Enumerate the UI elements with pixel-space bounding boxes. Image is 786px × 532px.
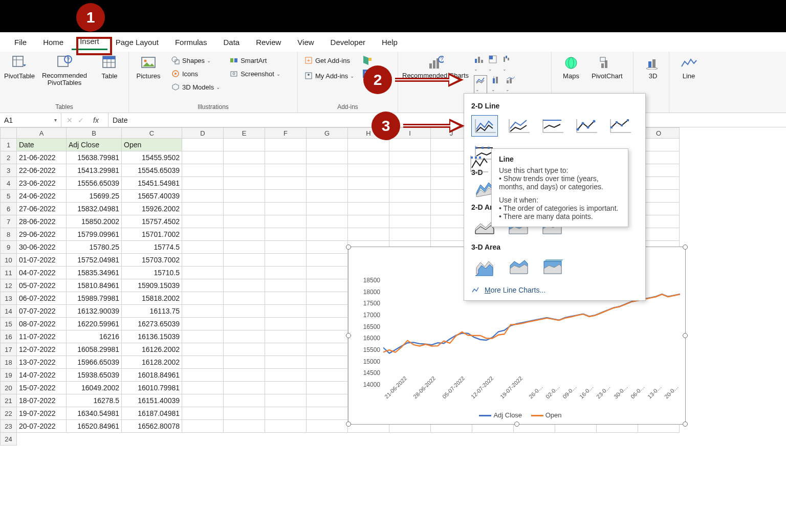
line-chart-option[interactable] xyxy=(471,115,498,137)
annotation-badge-2: 2 xyxy=(363,65,392,94)
group-label-tables: Tables xyxy=(4,102,124,112)
screenshot-button[interactable]: Screenshot⌄ xyxy=(227,68,282,79)
svg-rect-75 xyxy=(610,126,613,128)
col-header-B[interactable]: B xyxy=(67,127,122,139)
svg-point-72 xyxy=(593,120,596,123)
svg-point-69 xyxy=(577,128,579,131)
svg-rect-89 xyxy=(471,157,473,159)
waterfall-chart-icon[interactable]: ⌄ xyxy=(503,55,513,72)
annotation-badge-3: 3 xyxy=(372,112,400,140)
column-chart-icon[interactable]: ⌄ xyxy=(474,55,484,72)
row-headers: 123456789101112131415161718192021222324 xyxy=(0,139,17,446)
col-header-E[interactable]: E xyxy=(224,127,265,139)
svg-point-59 xyxy=(646,68,658,70)
hierarchy-chart-icon[interactable]: ⌄ xyxy=(488,55,498,72)
svg-text:?: ? xyxy=(440,57,443,62)
svg-rect-82 xyxy=(475,147,477,149)
svg-rect-90 xyxy=(475,157,477,159)
stacked-line-option[interactable] xyxy=(505,115,532,137)
col-header-A[interactable]: A xyxy=(17,127,67,139)
more-line-charts-link[interactable]: More Line Charts... xyxy=(471,283,638,295)
pivotchart-button[interactable]: PivotChart xyxy=(592,55,623,80)
svg-rect-28 xyxy=(429,63,432,69)
table-label: Table xyxy=(101,72,117,80)
svg-rect-41 xyxy=(493,78,495,83)
svg-rect-76 xyxy=(616,121,618,123)
svg-rect-0 xyxy=(13,56,23,66)
pictures-button[interactable]: Pictures xyxy=(133,55,164,80)
3dmodels-button[interactable]: 3D Models⌄ xyxy=(169,81,222,93)
svg-point-16 xyxy=(174,73,177,75)
svg-rect-84 xyxy=(488,147,490,149)
section-2d-line: 2-D Line xyxy=(471,102,638,110)
svg-rect-54 xyxy=(601,63,604,68)
fx-icon[interactable]: fx xyxy=(89,116,103,124)
svg-rect-19 xyxy=(231,72,237,76)
tab-developer[interactable]: Developer xyxy=(322,35,374,50)
shapes-button[interactable]: Shapes⌄ xyxy=(169,55,222,66)
sparkline-line-button[interactable]: Line xyxy=(673,55,704,80)
rec-pivot-label: Recommended PivotTables xyxy=(40,72,89,87)
svg-rect-17 xyxy=(230,58,233,62)
table-button[interactable]: Table xyxy=(94,55,125,80)
svg-rect-39 xyxy=(506,56,507,58)
svg-rect-91 xyxy=(479,157,481,159)
get-addins-button[interactable]: +Get Add-ins xyxy=(302,55,356,66)
maps-button[interactable]: Maps xyxy=(556,55,586,80)
chart-legend: Adj Close Open xyxy=(354,411,680,419)
tab-home[interactable]: Home xyxy=(35,35,72,50)
name-box[interactable]: A1▾ xyxy=(0,113,61,127)
svg-rect-83 xyxy=(482,147,484,149)
svg-point-71 xyxy=(587,126,590,129)
tab-formulas[interactable]: Formulas xyxy=(167,35,215,50)
line-chart-tooltip: Line Use this chart type to: • Show tren… xyxy=(491,148,628,227)
line-chart-icon[interactable]: ⌄ xyxy=(474,75,487,94)
smartart-button[interactable]: SmartArt xyxy=(227,55,282,66)
svg-rect-77 xyxy=(621,124,623,126)
group-label-illustrations: Illustrations xyxy=(133,102,293,112)
col-header-C[interactable]: C xyxy=(122,127,182,139)
3dmap-button[interactable]: 3D xyxy=(638,55,668,80)
annotation-arrow-3 xyxy=(401,117,466,137)
svg-rect-37 xyxy=(489,56,493,59)
svg-point-24 xyxy=(308,74,310,76)
chart-y-axis: 1400014500150001550016000165001700017500… xyxy=(354,277,382,388)
chart-x-axis: 21-06-202228-06-202205-07-202212-07-2022… xyxy=(383,388,680,406)
bing-maps-icon[interactable] xyxy=(361,55,373,66)
tab-help[interactable]: Help xyxy=(374,35,406,50)
tab-page-layout[interactable]: Page Layout xyxy=(107,35,167,50)
col-header-G[interactable]: G xyxy=(307,127,348,139)
svg-rect-40 xyxy=(508,58,509,60)
100stacked-line-option[interactable] xyxy=(539,115,565,137)
enter-icon[interactable]: ✓ xyxy=(78,116,84,124)
tab-view[interactable]: View xyxy=(289,35,322,50)
svg-rect-33 xyxy=(475,59,477,63)
col-header-D[interactable]: D xyxy=(182,127,224,139)
tab-file[interactable]: File xyxy=(6,35,35,50)
3d-area-option[interactable] xyxy=(471,256,498,278)
combo-chart-icon[interactable]: ⌄ xyxy=(506,75,516,94)
icons-button[interactable]: Icons xyxy=(169,68,222,79)
svg-point-52 xyxy=(565,57,577,69)
col-header-F[interactable]: F xyxy=(265,127,307,139)
stacked-line-markers-option[interactable] xyxy=(606,115,633,137)
svg-rect-18 xyxy=(234,58,237,62)
svg-point-13 xyxy=(172,57,177,62)
3d-100stacked-area-option[interactable] xyxy=(539,256,565,278)
my-addins-button[interactable]: My Add-ins⌄ xyxy=(302,70,356,81)
statistic-chart-icon[interactable]: ⌄ xyxy=(491,75,501,94)
pivottable-button[interactable]: PivotTable xyxy=(4,55,35,80)
annotation-badge-1: 1 xyxy=(76,3,105,32)
svg-rect-56 xyxy=(600,57,605,61)
line-markers-option[interactable] xyxy=(573,115,599,137)
3d-stacked-area-option[interactable] xyxy=(505,256,532,278)
select-all-corner[interactable] xyxy=(0,127,17,139)
annotation-arrow-2 xyxy=(393,71,465,91)
svg-rect-57 xyxy=(648,61,651,68)
tab-data[interactable]: Data xyxy=(215,35,248,50)
svg-rect-42 xyxy=(496,77,498,83)
recommended-pivottables-button[interactable]: ? Recommended PivotTables xyxy=(40,55,89,87)
cancel-icon[interactable]: ✕ xyxy=(67,116,73,124)
tab-review[interactable]: Review xyxy=(248,35,289,50)
svg-rect-78 xyxy=(627,119,629,121)
